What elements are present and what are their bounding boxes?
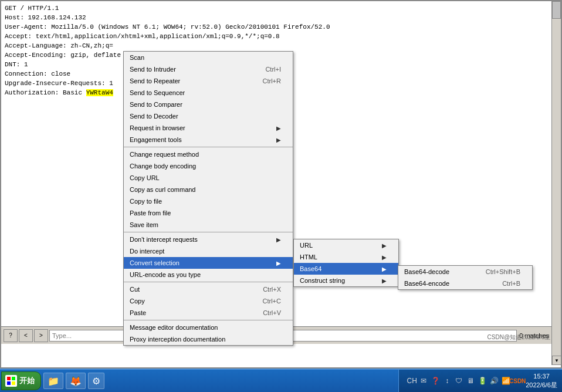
submenu-convert-selection: URL ▶ HTML ▶ Base64 ▶ Construct string ▶: [293, 239, 399, 287]
menu-do-intercept[interactable]: Do intercept: [124, 245, 293, 257]
separator-2: [124, 232, 293, 232]
clock: 15:37 2022/6/6星: [526, 372, 557, 390]
menu-engagement-tools[interactable]: Engagement tools ▶: [124, 134, 293, 146]
windows-icon: [5, 375, 17, 387]
battery-icon: 🔋: [478, 376, 487, 386]
menu-base64-decode[interactable]: Base64-decode Ctrl+Shift+B: [398, 266, 532, 278]
menu-send-decoder[interactable]: Send to Decoder: [124, 110, 293, 122]
menu-copy-file[interactable]: Copy to file: [124, 195, 293, 207]
start-button[interactable]: 开始: [1, 371, 41, 390]
forward-button[interactable]: >: [34, 329, 48, 342]
watermark: CSDN@知道2022/6/6星: [487, 333, 550, 342]
menu-change-encoding[interactable]: Change body encoding: [124, 160, 293, 172]
taskbar-folder-btn[interactable]: 📁: [43, 373, 63, 389]
main-window: GET / HTTP/1.1 Host: 192.168.124.132 Use…: [0, 0, 562, 369]
monitor-icon: 🖥: [466, 376, 475, 386]
submenu-base64[interactable]: Base64 ▶: [294, 263, 398, 275]
menu-send-intruder[interactable]: Send to Intruder Ctrl+I: [124, 63, 293, 75]
menu-request-browser[interactable]: Request in browser ▶: [124, 122, 293, 134]
menu-send-repeater[interactable]: Send to Repeater Ctrl+R: [124, 75, 293, 87]
mail-icon: ✉: [419, 376, 428, 386]
menu-copy[interactable]: Copy Ctrl+C: [124, 295, 293, 307]
back-button[interactable]: <: [19, 329, 33, 342]
scrollbar[interactable]: ▲ ▼: [551, 1, 561, 365]
menu-convert-selection[interactable]: Convert selection ▶: [124, 257, 293, 269]
ch-icon: CH: [407, 376, 417, 386]
help-sys-icon: ❓: [431, 376, 440, 386]
help-button[interactable]: ?: [4, 329, 18, 342]
menu-url-encode-type[interactable]: URL-encode as you type: [124, 269, 293, 281]
context-menu: Scan Send to Intruder Ctrl+I Send to Rep…: [123, 51, 293, 346]
taskbar-firefox-btn[interactable]: 🦊: [66, 373, 86, 389]
menu-paste[interactable]: Paste Ctrl+V: [124, 307, 293, 319]
svg-rect-2: [7, 381, 11, 385]
separator-1: [124, 147, 293, 147]
separator-3: [124, 282, 293, 282]
svg-rect-3: [12, 381, 15, 385]
menu-copy-curl[interactable]: Copy as curl command: [124, 184, 293, 195]
highlighted-text: YWRtaW4: [86, 89, 113, 96]
volume-icon: 🔊: [489, 376, 499, 386]
request-line-5: Accept-Language: zh-CN,zh;q=: [5, 41, 549, 50]
request-line-2: Host: 192.168.124.132: [5, 13, 549, 22]
menu-msg-doc[interactable]: Message editor documentation: [124, 322, 293, 333]
menu-send-sequencer[interactable]: Send to Sequencer: [124, 87, 293, 99]
csdn-icon: CSDN: [513, 376, 522, 386]
taskbar: 开始 📁 🦊 ⚙ CH ✉ ❓ ↕ 🛡 🖥 🔋 🔊 📶 CSDN 15:37 2…: [0, 369, 562, 392]
menu-send-comparer[interactable]: Send to Comparer: [124, 99, 293, 110]
menu-proxy-doc[interactable]: Proxy interception documentation: [124, 333, 293, 345]
arrow-icon: ↕: [442, 376, 452, 386]
sys-icons: CH ✉ ❓ ↕ 🛡 🖥 🔋 🔊 📶 CSDN: [404, 376, 526, 386]
request-line-3: User-Agent: Mozilla/5.0 (Windows NT 6.1;…: [5, 22, 549, 32]
menu-base64-encode[interactable]: Base64-encode Ctrl+B: [398, 278, 532, 289]
submenu-html[interactable]: HTML ▶: [294, 251, 398, 263]
system-tray: CH ✉ ❓ ↕ 🛡 🖥 🔋 🔊 📶 CSDN 15:37 2022/6/6星: [398, 370, 562, 392]
shield-icon: 🛡: [454, 376, 463, 386]
menu-dont-intercept[interactable]: Don't intercept requests ▶: [124, 234, 293, 245]
menu-paste-file[interactable]: Paste from file: [124, 207, 293, 219]
submenu-construct[interactable]: Construct string ▶: [294, 275, 398, 286]
menu-change-method[interactable]: Change request method: [124, 148, 293, 160]
scroll-thumb[interactable]: [552, 1, 561, 19]
svg-rect-1: [12, 377, 15, 380]
request-line-1: GET / HTTP/1.1: [5, 4, 549, 13]
taskbar-burp-btn[interactable]: ⚙: [88, 373, 104, 389]
separator-4: [124, 320, 293, 320]
menu-cut[interactable]: Cut Ctrl+X: [124, 283, 293, 295]
request-line-4: Accept: text/html,application/xhtml+xml,…: [5, 32, 549, 41]
menu-scan[interactable]: Scan: [124, 52, 293, 63]
menu-copy-url[interactable]: Copy URL: [124, 172, 293, 184]
submenu-base64-options: Base64-decode Ctrl+Shift+B Base64-encode…: [398, 265, 533, 290]
submenu-url[interactable]: URL ▶: [294, 239, 398, 251]
menu-save-item[interactable]: Save item: [124, 219, 293, 231]
scroll-down-btn[interactable]: ▼: [552, 356, 561, 365]
svg-rect-0: [7, 377, 11, 380]
